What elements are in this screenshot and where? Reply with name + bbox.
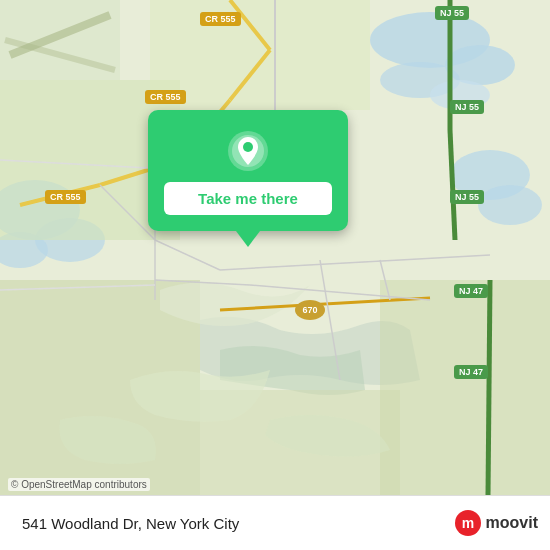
location-pin-icon xyxy=(227,130,269,172)
svg-point-9 xyxy=(478,185,542,225)
moovit-text: moovit xyxy=(486,514,538,532)
svg-point-42 xyxy=(243,142,253,152)
route-badge-nj55-mid: NJ 55 xyxy=(450,100,484,114)
route-badge-cr555-top: CR 555 xyxy=(200,12,241,26)
address-text: 541 Woodland Dr, New York City xyxy=(22,515,454,532)
map-attribution: © OpenStreetMap contributors xyxy=(8,478,150,491)
route-badge-cr555-left: CR 555 xyxy=(45,190,86,204)
route-badge-nj55-right: NJ 55 xyxy=(450,190,484,204)
svg-rect-17 xyxy=(380,280,550,495)
svg-text:m: m xyxy=(461,515,473,531)
moovit-logo: m moovit xyxy=(454,509,538,537)
take-me-there-button[interactable]: Take me there xyxy=(164,182,332,215)
moovit-icon: m xyxy=(454,509,482,537)
bottom-bar: 541 Woodland Dr, New York City m moovit xyxy=(0,495,550,550)
popup-card: Take me there xyxy=(148,110,348,231)
route-badge-cr555-mid: CR 555 xyxy=(145,90,186,104)
route-badge-nj47-lower: NJ 47 xyxy=(454,365,488,379)
route-badge-nj55-top: NJ 55 xyxy=(435,6,469,20)
route-badge-nj47-upper: NJ 47 xyxy=(454,284,488,298)
svg-line-25 xyxy=(488,280,490,495)
map-container[interactable]: CR 555 NJ 55 CR 555 NJ 55 CR 555 NJ 55 N… xyxy=(0,0,550,495)
route-badge-670: 670 xyxy=(295,300,325,320)
